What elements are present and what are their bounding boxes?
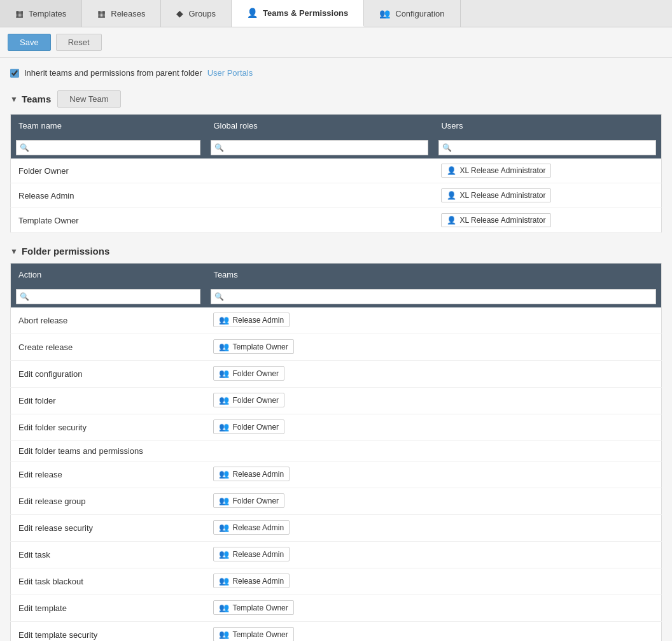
action-cell: Edit task blackout [11,568,206,595]
action-cell: Edit folder security [11,414,206,441]
action-search-icon: 🔍 [20,292,29,301]
action-cell: Edit release group [11,488,206,515]
col-action: Action [11,264,206,286]
teams-cell: 👥Release Admin [206,515,661,542]
new-team-button[interactable]: New Team [57,90,120,108]
tab-bar: ▦ Templates ▦ Releases ◆ Groups 👤 Teams … [0,0,672,27]
global-roles-search-icon: 🔍 [214,143,224,152]
permissions-section-title: ▼ Folder permissions [10,246,109,257]
team-name-search-icon: 🔍 [20,143,29,152]
users-cell: 👤XL Release Administrator [433,183,661,208]
team-group-icon: 👥 [219,395,229,405]
permissions-section-header: ▼ Folder permissions [10,246,662,257]
teams-section-title: ▼ Teams [10,94,51,104]
tab-templates[interactable]: ▦ Templates [0,0,82,27]
tab-releases[interactable]: ▦ Releases [82,0,161,27]
team-name-tag: Template Owner [232,603,288,612]
teams-cell: 👥Folder Owner [206,361,661,388]
global-roles-cell [206,158,433,183]
users-search-input[interactable] [438,140,656,155]
inherit-checkbox[interactable] [10,69,19,78]
reset-button[interactable]: Reset [56,34,102,51]
tab-configuration[interactable]: 👥 Configuration [364,0,460,27]
table-row: Release Admin👤XL Release Administrator [11,183,662,208]
global-roles-cell [206,208,433,233]
table-row: Edit folder teams and permissions [11,441,662,461]
table-row: Template Owner👤XL Release Administrator [11,208,662,233]
tab-groups[interactable]: ◆ Groups [161,0,232,27]
teams-cell: 👥Folder Owner [206,388,661,414]
team-name-tag: Release Admin [232,316,284,325]
teams-perm-search-wrap: 🔍 [211,289,656,304]
team-name-tag: Folder Owner [232,497,279,505]
action-cell: Edit task [11,542,206,568]
table-row: Edit task blackout👥Release Admin [11,568,662,595]
teams-cell: 👥Template Owner [206,622,661,642]
user-icon: 👤 [447,216,456,225]
team-name-tag: Template Owner [232,630,288,639]
save-button[interactable]: Save [8,34,51,51]
team-group-icon: 👥 [219,369,229,378]
action-cell: Edit template [11,595,206,622]
table-row: Edit folder security👥Folder Owner [11,414,662,441]
action-cell: Edit folder [11,388,206,414]
action-cell: Edit template security [11,622,206,642]
user-name: XL Release Administrator [459,216,545,225]
team-name-tag: Release Admin [232,577,284,586]
team-tag: 👥Release Admin [213,313,290,327]
table-row: Edit template security👥Template Owner [11,622,662,642]
toolbar: Save Reset [0,27,672,58]
team-group-icon: 👥 [219,549,229,559]
teams-header-row: Team name Global roles Users [11,115,662,137]
inherit-label: Inherit teams and permissions from paren… [24,68,202,78]
team-name-cell: Folder Owner [11,158,206,183]
team-name-tag: Release Admin [232,523,284,532]
permissions-collapse-arrow[interactable]: ▼ [10,247,18,256]
team-name-tag: Folder Owner [232,369,279,378]
user-icon: 👤 [447,166,456,175]
user-tag: 👤XL Release Administrator [441,164,551,178]
action-search-input[interactable] [16,289,200,304]
groups-icon: ◆ [176,8,183,18]
team-tag: 👥Release Admin [213,467,290,481]
table-row: Edit task👥Release Admin [11,542,662,568]
inherit-link[interactable]: User Portals [207,68,253,78]
teams-perm-search-icon: 🔍 [214,292,224,301]
teams-search-row: 🔍 🔍 🔍 [11,137,662,158]
user-name: XL Release Administrator [459,166,545,175]
team-group-icon: 👥 [219,603,229,612]
table-row: Edit template👥Template Owner [11,595,662,622]
user-tag: 👤XL Release Administrator [441,188,551,202]
teams-collapse-arrow[interactable]: ▼ [10,95,18,104]
team-group-icon: 👥 [219,342,229,351]
team-name-search-input[interactable] [16,140,200,155]
team-tag: 👥Folder Owner [213,493,284,508]
team-tag: 👥Release Admin [213,547,290,561]
teams-perm-search-input[interactable] [211,289,656,304]
team-group-icon: 👥 [219,422,229,432]
table-row: Edit release security👥Release Admin [11,515,662,542]
users-search-wrap: 🔍 [438,140,656,155]
user-icon: 👤 [447,191,456,200]
team-tag: 👥Release Admin [213,520,290,535]
teams-cell: 👥Folder Owner [206,488,661,515]
tab-teams-permissions[interactable]: 👤 Teams & Permissions [232,0,364,27]
teams-cell: 👥Release Admin [206,542,661,568]
global-roles-search-wrap: 🔍 [211,140,428,155]
users-cell: 👤XL Release Administrator [433,158,661,183]
team-group-icon: 👥 [219,630,229,639]
templates-icon: ▦ [15,8,24,18]
table-row: Abort release👥Release Admin [11,307,662,334]
inherit-row: Inherit teams and permissions from paren… [10,68,662,78]
action-cell: Create release [11,334,206,361]
action-cell: Edit folder teams and permissions [11,441,206,461]
team-name-tag: Folder Owner [232,423,279,432]
team-name-tag: Release Admin [232,550,284,559]
teams-icon: 👤 [247,8,258,18]
team-tag: 👥Template Owner [213,627,293,641]
global-roles-search-input[interactable] [211,140,428,155]
team-name-cell: Template Owner [11,208,206,233]
table-row: Folder Owner👤XL Release Administrator [11,158,662,183]
user-name: XL Release Administrator [459,191,545,200]
team-tag: 👥Folder Owner [213,366,284,381]
